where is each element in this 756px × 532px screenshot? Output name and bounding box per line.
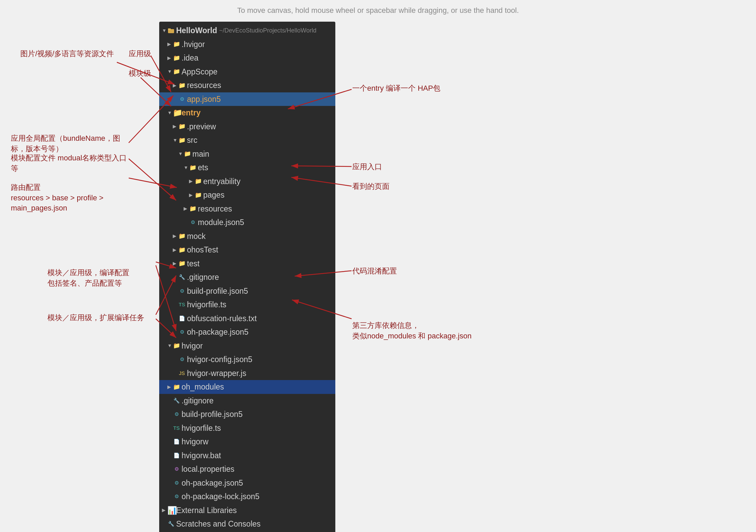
entryability-label: entryability bbox=[203, 176, 240, 187]
annotation-module-level: 模块级 bbox=[129, 68, 151, 79]
root-build-icon: ⚙ bbox=[173, 411, 180, 418]
annotation-global-config: 应用全局配置（bundleName，图标，版本号等） bbox=[11, 133, 129, 154]
tree-item-entry-gitignore[interactable]: ▶ 🔧 .gitignore bbox=[159, 270, 335, 284]
idea-folder-icon: 📁 bbox=[173, 54, 180, 63]
root-hvigorfile-icon: TS bbox=[173, 424, 180, 432]
annotation-entry-hap: 一个entry 编译一个 HAP包 bbox=[352, 83, 440, 94]
tree-item-ets[interactable]: ▼ 📁 ets bbox=[159, 161, 335, 175]
tree-item-root-hvigorfile[interactable]: ▶ TS hvigorfile.ts bbox=[159, 421, 335, 435]
file-tree-panel: ▼ HelloWorld ~/DevEcoStudioProjects/Hell… bbox=[159, 22, 335, 532]
root-gitignore-icon: 🔧 bbox=[173, 397, 180, 405]
tree-item-app-json5[interactable]: ▶ ⚙ app.json5 bbox=[159, 92, 335, 106]
ohostest-folder-icon: 📁 bbox=[178, 246, 186, 254]
entry-oh-pkg-label: oh-package.json5 bbox=[187, 326, 249, 338]
tree-item-hvigorw-bat[interactable]: ▶ 📄 hvigorw.bat bbox=[159, 449, 335, 463]
tree-item-hvigorw[interactable]: ▶ 📄 hvigorw bbox=[159, 435, 335, 449]
tree-item-preview[interactable]: ▶ 📁 .preview bbox=[159, 120, 335, 134]
app-json5-icon: ⚙ bbox=[178, 95, 186, 103]
entryability-arrow: ▶ bbox=[189, 178, 194, 185]
preview-label: .preview bbox=[187, 121, 216, 133]
tree-item-hvigor-config[interactable]: ▶ ⚙ hvigor-config.json5 bbox=[159, 353, 335, 367]
tree-item-idea[interactable]: ▶ 📁 .idea bbox=[159, 51, 335, 65]
tree-item-root-gitignore[interactable]: ▶ 🔧 .gitignore bbox=[159, 394, 335, 408]
root-hvigorfile-label: hvigorfile.ts bbox=[182, 422, 221, 434]
tree-item-hvigor-wrapper[interactable]: ▶ JS hvigor-wrapper.js bbox=[159, 367, 335, 380]
tree-item-ohostest[interactable]: ▶ 📁 ohosTest bbox=[159, 243, 335, 257]
tree-item-obfuscation[interactable]: ▶ 📄 obfuscation-rules.txt bbox=[159, 312, 335, 326]
oh-modules-arrow: ▶ bbox=[167, 383, 173, 391]
tree-item-entry[interactable]: ▼ 📁 entry bbox=[159, 106, 335, 120]
entry-folder-icon: 📁 bbox=[173, 107, 180, 119]
tree-item-entryability[interactable]: ▶ 📁 entryability bbox=[159, 175, 335, 189]
main-res-label: resources bbox=[198, 203, 232, 215]
hvigor-wrapper-label: hvigor-wrapper.js bbox=[187, 368, 246, 379]
tree-item-scratches[interactable]: ▶ 🔧 Scratches and Consoles bbox=[159, 517, 335, 531]
module-json5-label: module.json5 bbox=[198, 217, 244, 228]
tree-item-external-libs[interactable]: ▶ 📊 External Libraries bbox=[159, 504, 335, 517]
tree-item-src[interactable]: ▼ 📁 src bbox=[159, 133, 335, 147]
root-path: ~/DevEcoStudioProjects/HelloWorld bbox=[219, 26, 316, 35]
tree-item-pages[interactable]: ▶ 📁 pages bbox=[159, 188, 335, 202]
appscope-res-arrow: ▶ bbox=[173, 82, 178, 89]
pages-arrow: ▶ bbox=[189, 192, 194, 199]
tree-item-root-build-profile[interactable]: ▶ ⚙ build-profile.json5 bbox=[159, 407, 335, 421]
tree-item-appscope-resources[interactable]: ▶ 📁 resources bbox=[159, 79, 335, 92]
local-props-label: local.properties bbox=[182, 463, 234, 475]
annotation-obfuscation: 代码混淆配置 bbox=[352, 266, 397, 276]
tree-item-mock[interactable]: ▶ 📁 mock bbox=[159, 229, 335, 243]
tree-item-entry-oh-package[interactable]: ▶ ⚙ oh-package.json5 bbox=[159, 325, 335, 339]
tree-item-main[interactable]: ▼ 📁 main bbox=[159, 147, 335, 161]
entry-arrow: ▼ bbox=[167, 109, 173, 116]
tree-item-appscope[interactable]: ▼ 📁 AppScope bbox=[159, 65, 335, 79]
entry-hvigorfile-label: hvigorfile.ts bbox=[187, 299, 226, 311]
tree-item-entry-build-profile[interactable]: ▶ ⚙ build-profile.json5 bbox=[159, 284, 335, 298]
hvigor-folder-arrow: ▼ bbox=[167, 342, 173, 349]
root-oh-pkg-icon: ⚙ bbox=[173, 479, 180, 487]
tree-item-entry-hvigorfile[interactable]: ▶ TS hvigorfile.ts bbox=[159, 298, 335, 312]
tree-item-local-properties[interactable]: ▶ ⚙ local.properties bbox=[159, 462, 335, 476]
annotation-build-config: 模块／应用级，编译配置 包括签名、产品配置等 bbox=[47, 257, 129, 288]
entry-hvigorfile-icon: TS bbox=[178, 301, 186, 309]
src-label: src bbox=[187, 134, 197, 146]
annotation-pages-label: 看到的页面 bbox=[352, 181, 390, 192]
obfuscation-label: obfuscation-rules.txt bbox=[187, 313, 257, 325]
main-res-arrow: ▶ bbox=[184, 205, 189, 212]
root-folder-icon bbox=[167, 25, 175, 37]
appscope-folder-icon: 📁 bbox=[173, 67, 180, 76]
tree-item-hvigor-folder[interactable]: ▼ 📁 hvigor bbox=[159, 339, 335, 353]
top-hint: To move canvas, hold mouse wheel or spac… bbox=[0, 0, 756, 18]
module-json5-icon: ⚙ bbox=[189, 219, 196, 226]
main-folder-icon: 📁 bbox=[184, 150, 191, 158]
hvigor-dir-icon: 📁 bbox=[173, 341, 180, 350]
hvigor-wrapper-icon: JS bbox=[178, 370, 186, 377]
local-props-icon: ⚙ bbox=[173, 465, 180, 473]
tree-item-main-resources[interactable]: ▶ 📁 resources bbox=[159, 202, 335, 216]
preview-folder-icon: 📁 bbox=[178, 122, 186, 131]
tree-item-oh-modules[interactable]: ▶ 📁 oh_modules bbox=[159, 380, 335, 394]
tree-item-hvigor[interactable]: ▶ 📁 .hvigor bbox=[159, 38, 335, 51]
src-arrow: ▼ bbox=[173, 137, 178, 144]
annotation-third-party: 第三方库依赖信息， 类似node_modules 和 package.json bbox=[352, 310, 471, 341]
idea-arrow: ▶ bbox=[167, 54, 173, 62]
entry-gitignore-label: .gitignore bbox=[187, 271, 219, 283]
entry-gitignore-icon: 🔧 bbox=[178, 273, 186, 281]
oh-modules-folder-icon: 📁 bbox=[173, 383, 180, 392]
hvigorw-icon: 📄 bbox=[173, 438, 180, 446]
test-folder-icon: 📁 bbox=[178, 259, 186, 268]
tree-item-root-oh-package[interactable]: ▶ ⚙ oh-package.json5 bbox=[159, 476, 335, 490]
tree-root[interactable]: ▼ HelloWorld ~/DevEcoStudioProjects/Hell… bbox=[159, 24, 335, 38]
main-label: main bbox=[192, 148, 209, 160]
annotation-resources: 图片/视频/多语言等资源文件 bbox=[20, 49, 114, 59]
annotation-build-extend: 模块／应用级，扩展编译任务 bbox=[47, 313, 144, 323]
main-res-icon: 📁 bbox=[189, 204, 196, 213]
tree-item-module-json5[interactable]: ▶ ⚙ module.json5 bbox=[159, 216, 335, 229]
pages-folder-icon: 📁 bbox=[194, 191, 202, 200]
preview-arrow: ▶ bbox=[173, 123, 178, 130]
oh-modules-label: oh_modules bbox=[182, 381, 224, 393]
appscope-arrow: ▼ bbox=[167, 68, 173, 75]
tree-item-test[interactable]: ▶ 📁 test bbox=[159, 257, 335, 271]
scratches-icon: 🔧 bbox=[167, 520, 175, 528]
tree-item-root-oh-lock[interactable]: ▶ ⚙ oh-package-lock.json5 bbox=[159, 490, 335, 504]
entry-label: entry bbox=[182, 107, 201, 119]
root-oh-lock-label: oh-package-lock.json5 bbox=[182, 491, 259, 503]
